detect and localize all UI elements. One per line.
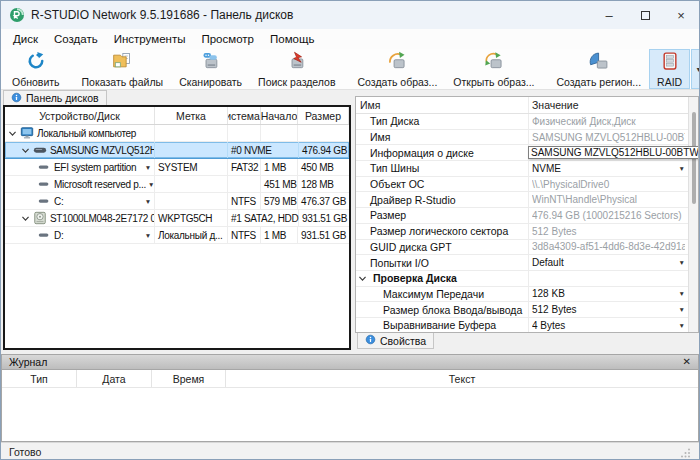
table-row[interactable]: Microsoft reserved p...▼451 MB128 MB [5,176,349,193]
property-row[interactable]: Размер блока Ввода/вывода512 Bytes▼ [356,302,688,318]
close-button[interactable]: × [663,1,699,29]
refresh-icon [26,51,46,75]
minimize-button[interactable]: – [591,1,627,29]
log-column-header: Дата [77,370,152,387]
property-name: Тип Шины [370,162,419,174]
filesystem-value: FAT32 [231,162,258,173]
tab-properties-label: Свойства [380,335,426,347]
chevron-down-icon[interactable] [8,129,17,138]
open-image-icon [484,51,504,75]
device-name: C: [54,196,63,207]
create-region-button[interactable]: Создать регион... [548,49,649,89]
menu-item[interactable]: Просмотр [193,31,262,47]
scan-button[interactable]: Сканировать [171,49,250,89]
table-row[interactable]: Локальный компьютер [5,125,349,142]
chevron-down-icon[interactable] [358,274,367,283]
tab-properties[interactable]: Свойства [357,333,434,349]
show-files-button[interactable]: Показать файлы [74,49,172,89]
table-row[interactable]: C:▼NTFS579 MB476.37 GB [5,193,349,210]
dropdown-icon[interactable]: ▼ [677,306,685,313]
property-name: Максимум Передачи [383,288,484,300]
property-value: Default [532,257,677,268]
app-icon [9,7,25,23]
property-name: GUID диска GPT [370,241,452,253]
open-image-button[interactable]: Открыть образ... [445,49,542,89]
property-row: Тип ДискаФизический Диск,Диск [356,114,688,130]
dropdown-icon[interactable]: ▼ [146,181,154,188]
dropdown-icon[interactable]: ▼ [677,165,685,172]
dropdown-icon[interactable]: ▼ [677,259,685,266]
toolbar-button-label: Поиск разделов [258,76,335,88]
raid-dropdown-icon[interactable]: ▼ [691,49,700,89]
menu-item[interactable]: Инструменты [106,31,194,47]
create-region-icon [589,51,609,75]
property-row: GUID диска GPT3d8a4309-af51-4dd6-8d3e-42… [356,240,688,256]
menu-item[interactable]: Помощь [262,31,322,47]
refresh-button[interactable]: Обновить [4,49,68,89]
toolbar-button-label: Показать файлы [82,76,164,88]
property-name: Информация о диске [370,147,474,159]
dropdown-icon[interactable]: ▼ [143,164,151,171]
raid-button[interactable]: RAID [649,49,690,89]
menu-item[interactable]: Диск [5,31,46,47]
log-close-icon[interactable]: ✕ [683,357,691,367]
computer-icon [20,126,34,140]
create-image-button[interactable]: Создать образ... [350,49,446,89]
property-value: 476.94 GB (1000215216 Sectors) [532,210,685,221]
label-value: SYSTEM [158,162,197,173]
resize-grip[interactable] [680,447,691,458]
property-name: Драйвер R-Studio [370,194,456,206]
filesystem-value: NTFS [231,196,256,207]
log-body [2,388,698,441]
app-window: R-STUDIO Network 9.5.191686 - Панель дис… [0,0,700,460]
property-value: 512 Bytes [532,304,677,315]
properties-table: ИмяЗначениеТип ДискаФизический Диск,Диск… [355,96,699,333]
table-row[interactable]: ST1000LM048-2E7172 0001WKPTG5CH#1 SATA2,… [5,210,349,227]
property-name: Тип Диска [370,115,419,127]
scrollbar[interactable] [688,97,698,332]
show-files-icon [112,51,132,75]
partition-search-button[interactable]: Поиск разделов [250,49,343,89]
property-row: Драйвер R-StudioWinNT\Handle\Physical [356,192,688,208]
device-tree-header: Устройство/ДискМеткаистема,НачалоРазмер [5,107,349,125]
filesystem-value: #0 NVME [231,145,272,156]
table-row[interactable]: D:▼Локальный д...NTFS1 MB931.51 GB [5,227,349,244]
log-column-header: Текст [226,370,698,387]
table-row[interactable]: SAMSUNG MZVLQ512H...#0 NVME476.94 GB [5,142,349,159]
start-value: 1 MB [264,162,286,173]
property-name: Выравнивание Буфера [383,319,496,331]
property-name: Размер логического сектора [370,225,508,237]
dropdown-icon[interactable]: ▼ [677,322,685,329]
toolbar-button-label: Обновить [12,76,60,88]
device-name: Microsoft reserved p... [54,179,146,190]
dropdown-icon[interactable]: ▼ [143,232,151,239]
chevron-down-icon[interactable] [21,214,30,223]
properties-panel: ИмяЗначениеТип ДискаФизический Диск,Диск… [355,96,699,350]
tree-column-header: Начало [261,107,298,124]
property-row[interactable]: Максимум Передачи128 KB▼ [356,287,688,303]
window-title: R-STUDIO Network 9.5.191686 - Панель дис… [31,8,293,22]
dropdown-icon[interactable]: ▼ [143,198,151,205]
property-row[interactable]: Тип ШиныNVME▼ [356,161,688,177]
property-row[interactable]: Попытки I/ODefault▼ [356,255,688,271]
property-name: Имя [370,131,390,143]
table-row[interactable]: EFI system partition▼SYSTEMFAT321 MB450 … [5,159,349,176]
property-value-tooltip[interactable]: SAMSUNG MZVLQ512HBLU-00BTW FXM7201Q [528,146,699,159]
log-column-header: Время [152,370,226,387]
status-bar: Готово [1,442,699,460]
property-value: WinNT\Handle\Physical [532,194,685,205]
tree-column-header: Устройство/Диск [5,107,155,124]
property-value: 3d8a4309-af51-4dd6-8d3e-42d91a46f... [532,241,685,252]
device-name: Локальный компьютер [37,128,136,139]
chevron-down-icon[interactable] [21,146,30,155]
maximize-button[interactable] [627,1,663,29]
property-name: Проверка Диска [373,272,457,284]
properties-column-header: Значение [528,97,688,113]
dropdown-icon[interactable]: ▼ [677,290,685,297]
size-value: 476.94 GB [302,145,347,156]
tab-disks-panel[interactable]: Панель дисков [3,90,107,105]
filesystem-value: NTFS [231,230,256,241]
property-row[interactable]: Выравнивание Буфера4 Bytes▼ [356,318,688,333]
size-value: 128 MB [301,179,334,190]
menu-item[interactable]: Создать [46,31,106,47]
